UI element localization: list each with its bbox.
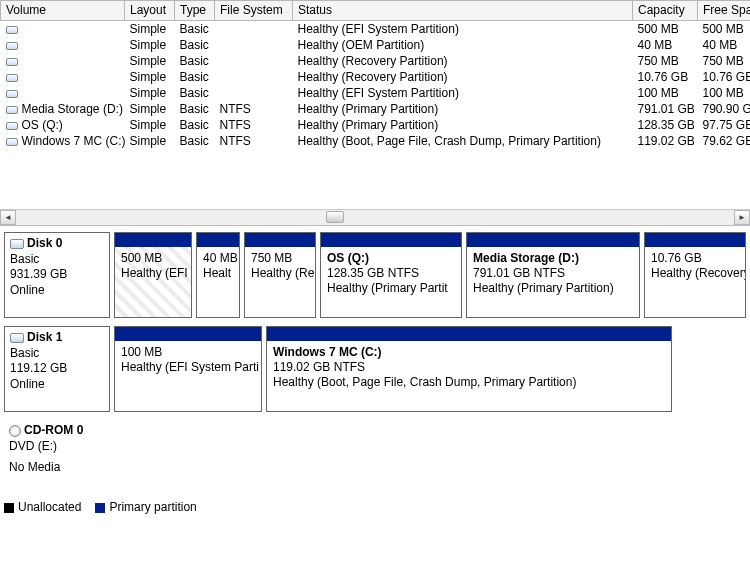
disk-type: Basic: [10, 252, 104, 268]
disk-partition-map: 500 MB Healthy (EFI 40 MB Healt: [114, 232, 746, 318]
volume-icon: [6, 138, 18, 146]
volume-status: Healthy (Primary Partition): [293, 117, 633, 133]
legend-unallocated: Unallocated: [4, 500, 81, 514]
volume-status: Healthy (OEM Partition): [293, 37, 633, 53]
table-row[interactable]: Windows 7 MC (C:)SimpleBasicNTFSHealthy …: [1, 133, 751, 149]
partition-bar: [321, 233, 461, 247]
table-empty-area: [0, 149, 750, 209]
partition-status: Healthy (Primary Partition): [473, 281, 633, 296]
col-freespace[interactable]: Free Space: [698, 1, 751, 21]
volume-fs: [215, 37, 293, 53]
volume-type: Basic: [175, 21, 215, 38]
partition-status: Healt: [203, 266, 233, 281]
disk-state: Online: [10, 377, 104, 393]
partition-status: Healthy (Recovery: [651, 266, 739, 281]
partition[interactable]: Windows 7 MC (C:) 119.02 GB NTFS Healthy…: [266, 326, 672, 412]
volume-status: Healthy (EFI System Partition): [293, 21, 633, 38]
volume-layout: Simple: [125, 117, 175, 133]
volume-fs: [215, 69, 293, 85]
volume-list-table[interactable]: Volume Layout Type File System Status Ca…: [0, 0, 750, 149]
disk-info-panel[interactable]: Disk 0 Basic 931.39 GB Online: [4, 232, 110, 318]
partition[interactable]: 10.76 GB Healthy (Recovery: [644, 232, 746, 318]
scroll-left-button[interactable]: ◄: [0, 210, 16, 225]
disk-partition-map: 100 MB Healthy (EFI System Parti Windows…: [114, 326, 672, 412]
disk-info-panel[interactable]: CD-ROM 0 DVD (E:) No Media: [4, 420, 110, 490]
legend: Unallocated Primary partition: [0, 498, 750, 516]
table-row[interactable]: OS (Q:)SimpleBasicNTFSHealthy (Primary P…: [1, 117, 751, 133]
cdrom-icon: [9, 425, 21, 437]
volume-layout: Simple: [125, 133, 175, 149]
scroll-track[interactable]: [16, 210, 734, 225]
col-capacity[interactable]: Capacity: [633, 1, 698, 21]
volume-free: 500 MB: [698, 21, 751, 38]
disk-name: Disk 0: [27, 236, 62, 250]
partition[interactable]: 750 MB Healthy (Re: [244, 232, 316, 318]
disk-row: CD-ROM 0 DVD (E:) No Media: [4, 420, 746, 490]
volume-capacity: 100 MB: [633, 85, 698, 101]
col-status[interactable]: Status: [293, 1, 633, 21]
disk-name: CD-ROM 0: [24, 423, 83, 437]
partition-status: Healthy (Primary Partit: [327, 281, 455, 296]
volume-fs: NTFS: [215, 133, 293, 149]
partition-status: Healthy (Re: [251, 266, 309, 281]
volume-capacity: 10.76 GB: [633, 69, 698, 85]
partition-title: Media Storage (D:): [473, 251, 633, 266]
partition-bar: [645, 233, 745, 247]
volume-icon: [6, 74, 18, 82]
disk-type: Basic: [10, 346, 104, 362]
table-row[interactable]: SimpleBasicHealthy (EFI System Partition…: [1, 21, 751, 38]
partition[interactable]: 500 MB Healthy (EFI: [114, 232, 192, 318]
partition-status: Healthy (EFI System Parti: [121, 360, 255, 375]
partition-size: 750 MB: [251, 251, 309, 266]
col-volume[interactable]: Volume: [1, 1, 125, 21]
volume-icon: [6, 122, 18, 130]
partition-size: 500 MB: [121, 251, 185, 266]
volume-type: Basic: [175, 133, 215, 149]
disk-state: Online: [10, 283, 104, 299]
legend-primary: Primary partition: [95, 500, 196, 514]
volume-type: Basic: [175, 117, 215, 133]
volume-layout: Simple: [125, 53, 175, 69]
volume-fs: [215, 53, 293, 69]
volume-layout: Simple: [125, 37, 175, 53]
volume-type: Basic: [175, 101, 215, 117]
col-layout[interactable]: Layout: [125, 1, 175, 21]
horizontal-scrollbar[interactable]: ◄ ►: [0, 209, 750, 225]
table-row[interactable]: SimpleBasicHealthy (OEM Partition)40 MB4…: [1, 37, 751, 53]
volume-name: OS (Q:): [22, 118, 63, 132]
volume-free: 10.76 GB: [698, 69, 751, 85]
partition[interactable]: OS (Q:) 128.35 GB NTFS Healthy (Primary …: [320, 232, 462, 318]
disk-size: 931.39 GB: [10, 267, 104, 283]
disk-row: Disk 1 Basic 119.12 GB Online 100 MB Hea…: [4, 326, 746, 412]
scroll-right-button[interactable]: ►: [734, 210, 750, 225]
volume-type: Basic: [175, 53, 215, 69]
partition[interactable]: 100 MB Healthy (EFI System Parti: [114, 326, 262, 412]
partition-status: Healthy (EFI: [121, 266, 185, 281]
swatch-primary-icon: [95, 503, 105, 513]
col-filesystem[interactable]: File System: [215, 1, 293, 21]
disk-type: DVD (E:): [9, 439, 105, 455]
disk-info-panel[interactable]: Disk 1 Basic 119.12 GB Online: [4, 326, 110, 412]
partition[interactable]: 40 MB Healt: [196, 232, 240, 318]
volume-icon: [6, 26, 18, 34]
volume-fs: NTFS: [215, 117, 293, 133]
partition-bar: [197, 233, 239, 247]
swatch-unallocated-icon: [4, 503, 14, 513]
volume-icon: [6, 106, 18, 114]
volume-status: Healthy (Recovery Partition): [293, 53, 633, 69]
table-header-row[interactable]: Volume Layout Type File System Status Ca…: [1, 1, 751, 21]
partition[interactable]: Media Storage (D:) 791.01 GB NTFS Health…: [466, 232, 640, 318]
disk-management-window: Volume Layout Type File System Status Ca…: [0, 0, 750, 573]
partition-bar: [467, 233, 639, 247]
volume-icon: [6, 42, 18, 50]
scroll-thumb[interactable]: [326, 211, 344, 223]
col-type[interactable]: Type: [175, 1, 215, 21]
table-row[interactable]: SimpleBasicHealthy (Recovery Partition)1…: [1, 69, 751, 85]
volume-fs: [215, 21, 293, 38]
partition-bar: [115, 327, 261, 341]
volume-capacity: 119.02 GB: [633, 133, 698, 149]
volume-status: Healthy (Recovery Partition): [293, 69, 633, 85]
table-row[interactable]: Media Storage (D:)SimpleBasicNTFSHealthy…: [1, 101, 751, 117]
table-row[interactable]: SimpleBasicHealthy (EFI System Partition…: [1, 85, 751, 101]
table-row[interactable]: SimpleBasicHealthy (Recovery Partition)7…: [1, 53, 751, 69]
